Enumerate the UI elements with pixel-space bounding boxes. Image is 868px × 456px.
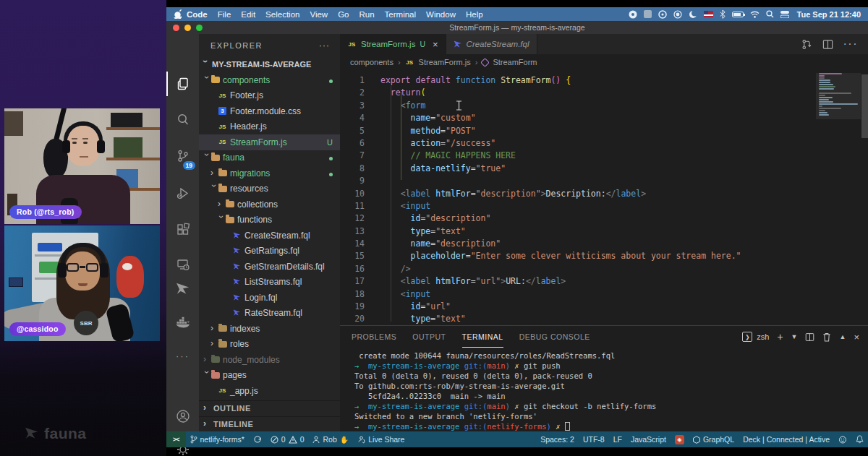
code-editor[interactable]: 1export default function StreamForm() {2… <box>340 70 868 325</box>
terminal-output[interactable]: create mode 100644 fauna/resources/roles… <box>340 348 868 431</box>
deck-status-item[interactable]: Deck | Connected | Active <box>739 431 834 447</box>
menu-edit[interactable]: Edit <box>236 10 260 19</box>
remote-indicator[interactable]: >< <box>166 431 186 447</box>
code-line-10[interactable]: 10 <label htmlFor="description">Descript… <box>340 188 868 200</box>
menu-help[interactable]: Help <box>461 10 488 19</box>
outline-section[interactable]: ›OUTLINE <box>199 400 340 416</box>
tree-item-footer-module-css[interactable]: ›3Footer.module.css <box>199 103 340 119</box>
code-line-8[interactable]: 8 data-netlify="true" <box>340 163 868 175</box>
bluetooth-icon[interactable] <box>720 10 726 19</box>
tree-item-streamform-js[interactable]: ›JSStreamForm.jsU <box>199 134 340 150</box>
new-terminal-icon[interactable]: + <box>777 331 783 343</box>
close-tab-icon[interactable]: × <box>433 39 438 50</box>
split-editor-icon[interactable] <box>822 39 833 50</box>
tree-item--app-js[interactable]: ›JS_app.js <box>199 383 340 399</box>
minimap[interactable] <box>819 73 861 116</box>
control-center-icon[interactable] <box>780 11 789 18</box>
circle-icon[interactable] <box>658 10 667 19</box>
tree-item-ratestream-fql[interactable]: ›RateStream.fql <box>199 306 340 322</box>
search-icon[interactable] <box>166 108 199 132</box>
code-line-3[interactable]: 3 <form <box>340 100 868 112</box>
tree-item-roles[interactable]: ›roles <box>199 337 340 353</box>
record-icon[interactable] <box>673 10 682 19</box>
docker-extension-icon[interactable] <box>166 310 199 335</box>
remote-explorer-icon[interactable] <box>166 252 199 277</box>
search-icon[interactable] <box>766 10 774 18</box>
panel-tab-terminal[interactable]: TERMINAL <box>462 326 503 348</box>
shell-name[interactable]: zsh <box>757 332 769 341</box>
open-changes-icon[interactable] <box>801 39 812 50</box>
tree-item-header-js[interactable]: ›JSHeader.js <box>199 119 340 135</box>
code-line-7[interactable]: 7 // MAGIC HAPPENS HERE <box>340 150 868 162</box>
menu-view[interactable]: View <box>305 10 333 19</box>
code-line-9[interactable]: 9 <box>340 175 868 187</box>
menu-run[interactable]: Run <box>354 10 379 19</box>
breadcrumb-symbol[interactable]: StreamForm <box>493 58 537 66</box>
menu-selection[interactable]: Selection <box>260 10 305 19</box>
code-line-14[interactable]: 14 name="description" <box>340 238 868 250</box>
panel-tab-problems[interactable]: PROBLEMS <box>352 326 396 348</box>
flag-icon[interactable] <box>704 11 713 17</box>
menu-file[interactable]: File <box>213 10 237 19</box>
tree-item-footer-js[interactable]: ›JSFooter.js <box>199 88 340 104</box>
code-line-6[interactable]: 6 action="/success" <box>340 137 868 150</box>
panel-tab-debug-console[interactable]: DEBUG CONSOLE <box>519 326 590 348</box>
code-line-16[interactable]: 16 /> <box>340 263 868 275</box>
source-control-icon[interactable]: 19 <box>166 144 199 168</box>
menu-clock[interactable]: Tue Sep 21 12:40 <box>797 10 861 19</box>
notifications-item[interactable] <box>851 431 868 447</box>
more-views-icon[interactable]: ··· <box>166 343 199 368</box>
graphql-item[interactable]: GraphQL <box>689 431 739 447</box>
code-line-18[interactable]: 18 <input <box>340 288 868 301</box>
panel-tab-output[interactable]: OUTPUT <box>412 326 446 348</box>
timeline-section[interactable]: ›TIMELINE <box>199 416 340 432</box>
apple-logo-icon[interactable] <box>174 9 182 19</box>
live-share-user-item[interactable]: Rob ✋ <box>308 431 353 447</box>
sync-changes-item[interactable] <box>249 431 266 447</box>
tree-item-fauna[interactable]: ›fauna <box>199 150 340 166</box>
tab-streamform-js[interactable]: JS StreamForm.js U × <box>340 34 446 54</box>
breadcrumb-components[interactable]: components <box>350 58 393 66</box>
code-line-2[interactable]: 2 return( <box>340 87 868 99</box>
tree-item-getstreamdetails-fql[interactable]: ›GetStreamDetails.fql <box>199 259 340 275</box>
language-mode-item[interactable]: JavaScript <box>626 431 671 447</box>
moon-icon[interactable] <box>689 10 697 19</box>
live-share-item[interactable]: Live Share <box>353 431 409 447</box>
wifi-icon[interactable] <box>750 11 760 18</box>
explorer-actions-icon[interactable]: ··· <box>319 40 330 51</box>
split-terminal-icon[interactable] <box>805 332 814 342</box>
feedback-item[interactable] <box>834 431 851 447</box>
code-line-15[interactable]: 15 placeholder="Enter some clever wittic… <box>340 250 868 262</box>
tree-item-createstream-fql[interactable]: ›CreateStream.fql <box>199 228 340 244</box>
menu-terminal[interactable]: Terminal <box>380 10 421 19</box>
tree-item-components[interactable]: ›components <box>199 72 340 88</box>
tree-item-indexes[interactable]: ›indexes <box>199 321 340 337</box>
tree-item-migrations[interactable]: ›migrations <box>199 165 340 181</box>
extension-status-item[interactable]: ◈ <box>671 431 689 447</box>
account-icon[interactable] <box>166 404 199 429</box>
editor-scrollbar[interactable] <box>861 74 868 138</box>
workspace-root-folder[interactable]: › MY-STREAM-IS-AVERAGE <box>199 56 340 72</box>
git-branch-item[interactable]: netlify-forms* <box>186 431 249 447</box>
code-line-5[interactable]: 5 method="POST" <box>340 125 868 137</box>
tree-item-pages[interactable]: ›pages <box>199 368 340 384</box>
tree-item-login-fql[interactable]: ›Login.fql <box>199 290 340 306</box>
tree-item-liststreams-fql[interactable]: ›ListStreams.fql <box>199 275 340 291</box>
menu-window[interactable]: Window <box>421 10 461 19</box>
menu-app-name[interactable]: Code <box>182 10 213 19</box>
code-line-4[interactable]: 4 name="custom" <box>340 112 868 124</box>
screen-icon[interactable] <box>644 10 652 18</box>
code-line-19[interactable]: 19 id="url" <box>340 301 868 313</box>
tab-createstream-fql[interactable]: CreateStream.fql <box>446 34 537 54</box>
battery-icon[interactable] <box>732 12 744 17</box>
kill-terminal-icon[interactable] <box>822 332 831 342</box>
menu-go[interactable]: Go <box>333 10 354 19</box>
camera-icon[interactable] <box>629 10 637 19</box>
extensions-icon[interactable] <box>166 218 199 242</box>
fauna-extension-icon[interactable] <box>166 277 199 301</box>
tree-item-getratings-fql[interactable]: ›GetRatings.fql <box>199 244 340 259</box>
maximize-panel-icon[interactable]: ▲ <box>839 333 846 340</box>
tree-item-functions[interactable]: ›functions <box>199 212 340 228</box>
encoding-item[interactable]: UTF-8 <box>579 431 609 447</box>
run-debug-icon[interactable] <box>166 181 199 206</box>
